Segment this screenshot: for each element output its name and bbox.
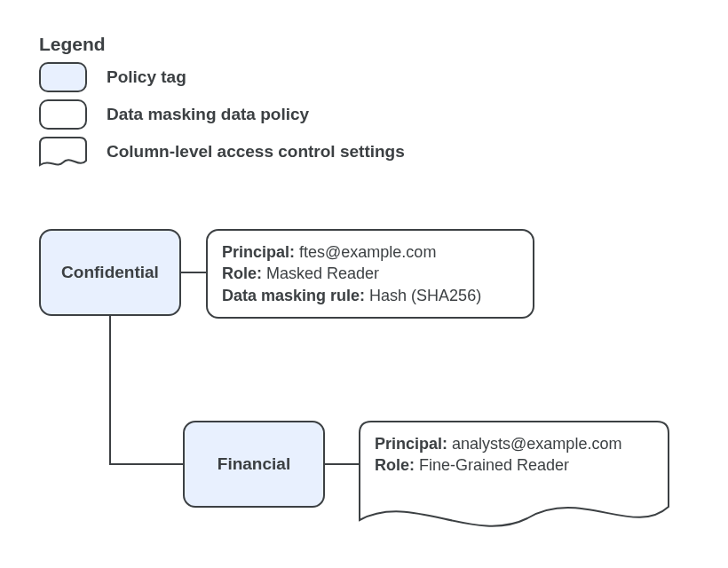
connector-financial-to-clac [325, 463, 359, 465]
diagram-canvas: Legend Policy tag Data masking data poli… [0, 0, 728, 568]
legend-swatch-clac [39, 137, 87, 170]
value-principal: ftes@example.com [299, 243, 436, 261]
label-role: Role: [222, 264, 262, 282]
legend-swatch-data-policy [39, 99, 87, 130]
legend-swatch-policy-tag [39, 62, 87, 92]
node-financial-clac-text: Principal: analysts@example.com Role: Fi… [359, 421, 701, 477]
label-data-masking-rule: Data masking rule: [222, 287, 365, 304]
legend-label-clac: Column-level access control settings [107, 142, 405, 162]
connector-confidential-to-financial-v [109, 316, 111, 465]
node-confidential-policy: Principal: ftes@example.com Role: Masked… [206, 229, 534, 319]
value-role-fin: Fine-Grained Reader [419, 456, 569, 474]
value-data-masking-rule: Hash (SHA256) [369, 287, 481, 304]
connector-confidential-to-financial-h [109, 463, 183, 465]
label-principal-fin: Principal: [375, 435, 447, 453]
label-principal: Principal: [222, 243, 295, 261]
legend-label-data-policy: Data masking data policy [107, 105, 309, 124]
legend-title: Legend [39, 34, 106, 55]
label-role-fin: Role: [375, 456, 415, 474]
value-role: Masked Reader [266, 264, 379, 282]
connector-confidential-to-policy [181, 272, 206, 273]
value-principal-fin: analysts@example.com [452, 435, 621, 453]
node-financial-tag: Financial [183, 421, 325, 508]
node-confidential-tag-label: Confidential [61, 263, 159, 282]
legend-label-policy-tag: Policy tag [107, 67, 186, 87]
node-confidential-tag: Confidential [39, 229, 181, 316]
node-financial-tag-label: Financial [218, 454, 290, 474]
